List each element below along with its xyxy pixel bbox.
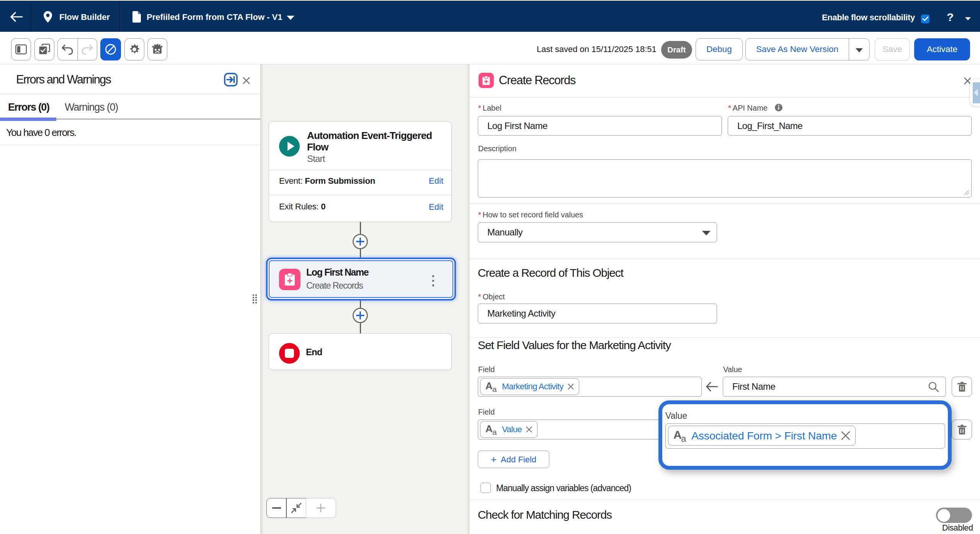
- svg-text:a: a: [681, 433, 686, 442]
- svg-text:A: A: [673, 429, 682, 441]
- svg-text:A: A: [485, 424, 493, 434]
- svg-text:A: A: [485, 381, 493, 392]
- svg-text:a: a: [492, 428, 497, 435]
- svg-text:a: a: [492, 385, 497, 392]
